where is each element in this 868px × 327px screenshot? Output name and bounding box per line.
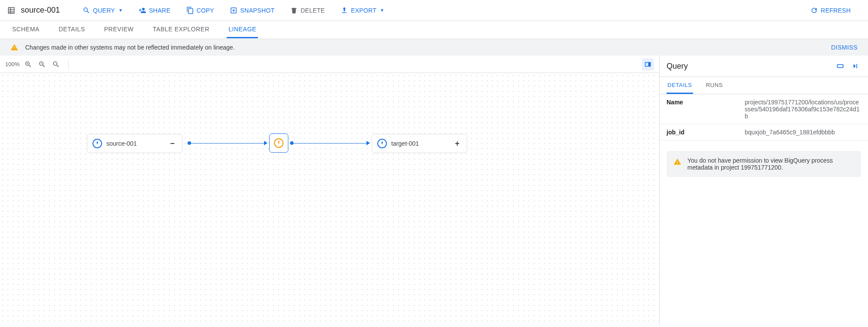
warning-icon bbox=[10, 43, 18, 51]
trash-icon bbox=[290, 7, 298, 14]
search-icon bbox=[83, 7, 90, 14]
lineage-edge bbox=[294, 143, 367, 143]
details-side-panel: Query DETAILS RUNS Name projects/1997517… bbox=[660, 56, 868, 325]
page-title: source-001 bbox=[21, 6, 60, 15]
snapshot-button-label: SNAPSHOT bbox=[240, 7, 274, 14]
detail-name-label: Name bbox=[667, 99, 745, 106]
refresh-button-label: REFRESH bbox=[821, 7, 851, 14]
lineage-canvas-wrap: 100% source-001 − bbox=[0, 56, 660, 325]
snapshot-icon bbox=[230, 7, 238, 14]
expand-button[interactable]: + bbox=[453, 139, 462, 148]
collapse-panel-button[interactable] bbox=[849, 60, 861, 72]
caret-down-icon: ▼ bbox=[119, 8, 123, 13]
page-header: source-001 QUERY ▼ SHARE COPY SNAPSHOT D… bbox=[0, 0, 868, 21]
query-button[interactable]: QUERY ▼ bbox=[77, 4, 128, 17]
tab-table-explorer[interactable]: TABLE EXPLORER bbox=[151, 21, 211, 38]
svg-rect-1 bbox=[837, 65, 843, 68]
tab-schema[interactable]: SCHEMA bbox=[10, 21, 41, 38]
detail-row-name: Name projects/199751771200/locations/us/… bbox=[660, 94, 868, 124]
resize-button[interactable] bbox=[834, 60, 846, 72]
detail-row-jobid: job_id bquxjob_7a6465c9_1881efdbbbb bbox=[660, 124, 868, 140]
connector-dot bbox=[188, 141, 191, 145]
node-source-label: source-001 bbox=[106, 140, 164, 147]
collapse-button[interactable]: − bbox=[168, 139, 177, 148]
detail-jobid-label: job_id bbox=[667, 129, 745, 136]
share-button-label: SHARE bbox=[149, 7, 170, 14]
node-target-label: target-001 bbox=[391, 140, 449, 147]
side-tab-runs[interactable]: RUNS bbox=[705, 77, 724, 94]
minimap-toggle-button[interactable] bbox=[642, 58, 654, 70]
lineage-node-target[interactable]: target-001 + bbox=[372, 134, 467, 153]
refresh-button[interactable]: REFRESH bbox=[805, 4, 856, 17]
copy-icon bbox=[186, 7, 194, 14]
delete-button-label: DELETE bbox=[300, 7, 325, 14]
permission-warning-text: You do not have permission to view BigQu… bbox=[687, 157, 854, 171]
arrowhead-icon bbox=[366, 141, 370, 145]
tab-preview[interactable]: PREVIEW bbox=[102, 21, 135, 38]
refresh-icon bbox=[810, 7, 818, 14]
lineage-node-source[interactable]: source-001 − bbox=[87, 134, 182, 153]
snapshot-button[interactable]: SNAPSHOT bbox=[224, 4, 280, 17]
main-split: 100% source-001 − bbox=[0, 56, 868, 325]
share-button[interactable]: SHARE bbox=[133, 4, 175, 17]
copy-button-label: COPY bbox=[197, 7, 215, 14]
detail-jobid-value: bquxjob_7a6465c9_1881efdbbbb bbox=[745, 129, 861, 136]
tab-lineage[interactable]: LINEAGE bbox=[227, 21, 258, 38]
lineage-process-node[interactable] bbox=[269, 133, 288, 153]
export-icon bbox=[340, 7, 348, 14]
zoom-in-button[interactable] bbox=[23, 59, 33, 70]
canvas-toolbar: 100% bbox=[0, 56, 659, 73]
detail-name-value: projects/199751771200/locations/us/proce… bbox=[745, 99, 861, 120]
side-panel-header: Query bbox=[660, 56, 868, 77]
table-node-icon bbox=[377, 139, 387, 148]
caret-down-icon: ▼ bbox=[380, 8, 384, 13]
info-banner: Changes made in other systems may not be… bbox=[0, 39, 868, 56]
dismiss-button[interactable]: DISMISS bbox=[831, 44, 858, 51]
table-node-icon bbox=[92, 139, 102, 148]
zoom-level: 100% bbox=[5, 61, 20, 67]
zoom-reset-button[interactable] bbox=[51, 59, 61, 70]
person-add-icon bbox=[139, 7, 146, 14]
copy-button[interactable]: COPY bbox=[181, 4, 220, 17]
export-button[interactable]: EXPORT ▼ bbox=[335, 4, 389, 17]
query-button-label: QUERY bbox=[93, 7, 115, 14]
process-icon bbox=[274, 138, 284, 148]
side-panel-title: Query bbox=[667, 62, 832, 71]
table-icon bbox=[7, 6, 16, 15]
warning-icon bbox=[673, 158, 681, 166]
delete-button[interactable]: DELETE bbox=[285, 4, 330, 17]
arrowhead-icon bbox=[264, 141, 267, 145]
side-tab-details[interactable]: DETAILS bbox=[667, 77, 693, 94]
content-tabs: SCHEMA DETAILS PREVIEW TABLE EXPLORER LI… bbox=[0, 21, 868, 39]
side-panel-tabs: DETAILS RUNS bbox=[660, 77, 868, 94]
lineage-edge bbox=[191, 143, 265, 143]
tab-details[interactable]: DETAILS bbox=[57, 21, 87, 38]
banner-message: Changes made in other systems may not be… bbox=[25, 44, 831, 51]
zoom-out-button[interactable] bbox=[37, 59, 47, 70]
divider bbox=[68, 60, 69, 69]
permission-warning-box: You do not have permission to view BigQu… bbox=[667, 151, 861, 177]
lineage-canvas[interactable]: source-001 − target-001 bbox=[0, 73, 659, 325]
connector-dot bbox=[290, 141, 294, 145]
export-button-label: EXPORT bbox=[351, 7, 376, 14]
